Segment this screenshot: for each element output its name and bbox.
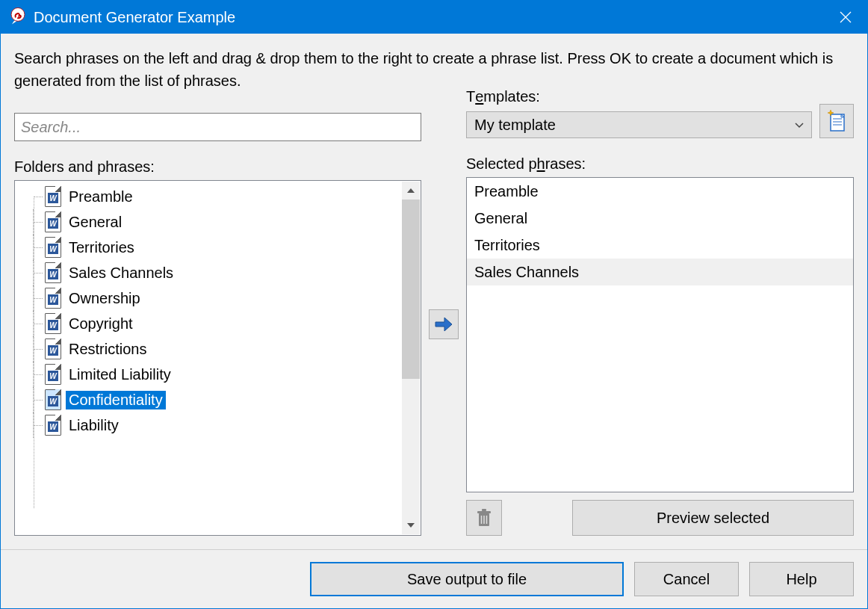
list-item[interactable]: Territories [467,232,853,259]
middle-panel [421,113,466,536]
tree-item[interactable]: WLimited Liability [33,362,421,387]
tree-item-label: Preamble [66,188,136,206]
list-item[interactable]: Preamble [467,178,853,205]
tree-item-label: Limited Liability [66,365,174,384]
tree-item[interactable]: WConfidentiality [33,387,421,412]
window-title: Document Generator Example [34,9,824,26]
list-item[interactable]: General [467,205,853,232]
tree-item-label: Restrictions [66,340,149,359]
document-icon: W [45,211,61,232]
list-item[interactable]: Sales Channels [467,259,853,285]
document-icon: W [45,288,61,309]
document-icon: W [45,186,61,207]
document-icon: W [45,313,61,334]
tree-item-label: Confidentiality [66,391,166,409]
add-phrase-button[interactable] [429,309,459,339]
chevron-down-icon [795,119,804,131]
templates-selected-value: My template [474,117,556,134]
scroll-up-button[interactable] [402,182,420,200]
svg-rect-8 [482,509,486,511]
cancel-button[interactable]: Cancel [634,562,739,596]
document-icon: W [45,338,61,359]
right-panel: Templates: My template [466,113,854,536]
scroll-down-button[interactable] [402,516,420,534]
folders-tree[interactable]: WPreambleWGeneralWTerritoriesWSales Chan… [14,180,421,536]
left-panel: Folders and phrases: WPreambleWGeneralWT… [14,113,421,536]
tree-item[interactable]: WRestrictions [33,336,421,362]
selected-phrases-list[interactable]: PreambleGeneralTerritoriesSales Channels [466,177,854,492]
templates-label: Templates: [466,84,854,105]
search-input[interactable] [14,113,421,141]
app-icon [8,6,28,29]
close-button[interactable] [824,1,867,34]
tree-item-label: Sales Channels [66,264,176,282]
titlebar[interactable]: Document Generator Example [1,1,867,34]
tree-item-label: General [66,213,125,232]
scroll-thumb[interactable] [402,200,420,379]
document-icon: W [45,389,61,410]
tree-item[interactable]: WCopyright [33,311,421,336]
templates-dropdown[interactable]: My template [466,111,812,138]
preview-selected-button[interactable]: Preview selected [572,500,854,536]
tree-item[interactable]: WTerritories [33,235,421,260]
dialog-body: Search phrases on the left and drag & dr… [1,34,867,549]
document-icon: W [45,364,61,385]
selected-phrases-label: Selected phrases: [466,152,854,173]
document-icon: W [45,237,61,258]
document-icon: W [45,262,61,283]
tree-item[interactable]: WPreamble [33,184,421,209]
tree-item[interactable]: WOwnership [33,285,421,311]
tree-item[interactable]: WLiability [33,412,421,438]
tree-item-label: Liability [66,416,122,435]
dialog-window: Document Generator Example Search phrase… [0,0,868,609]
tree-item[interactable]: WSales Channels [33,260,421,285]
tree-item-label: Ownership [66,289,143,308]
folders-label: Folders and phrases: [14,155,421,176]
document-icon: W [45,415,61,436]
dialog-footer: Save output to file Cancel Help [1,549,867,608]
scrollbar[interactable] [402,182,420,534]
save-output-button[interactable]: Save output to file [310,562,624,596]
tree-item[interactable]: WGeneral [33,209,421,235]
tree-item-label: Copyright [66,315,136,333]
new-template-button[interactable] [819,104,854,138]
tree-item-label: Territories [66,238,137,257]
help-button[interactable]: Help [749,562,854,596]
svg-rect-7 [477,511,491,513]
delete-phrase-button[interactable] [466,500,502,536]
